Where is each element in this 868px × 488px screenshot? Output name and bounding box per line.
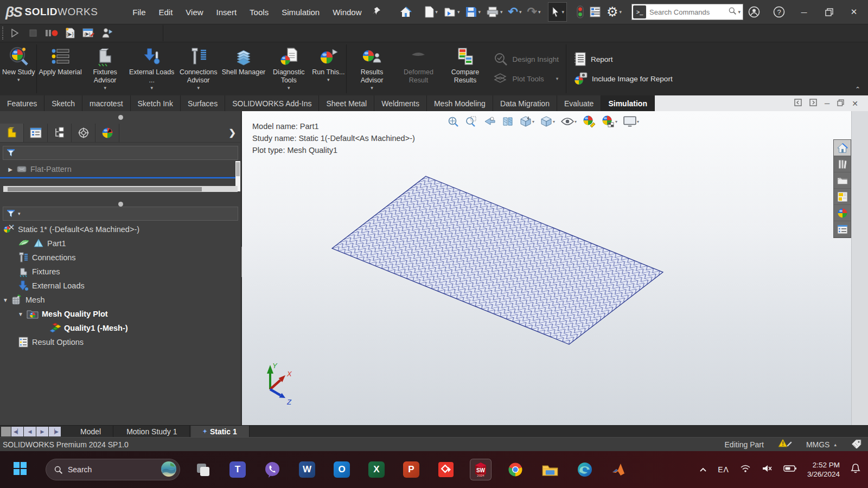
- new-document-button[interactable]: ▾: [422, 3, 440, 21]
- home-button[interactable]: [397, 3, 414, 21]
- section-view-icon[interactable]: [501, 115, 515, 128]
- tab-sheet-metal[interactable]: Sheet Metal: [319, 95, 374, 111]
- menu-view[interactable]: View: [180, 5, 208, 19]
- zoom-to-fit-icon[interactable]: [446, 114, 460, 129]
- custom-macro-button-icon[interactable]: [99, 26, 115, 40]
- solidworks-app-icon[interactable]: SW2024: [470, 459, 492, 480]
- zoom-to-area-icon[interactable]: [464, 114, 478, 129]
- doc-restore-icon[interactable]: [837, 99, 844, 108]
- custom-properties-icon[interactable]: [834, 221, 851, 237]
- tree-item-connections[interactable]: Connections: [18, 251, 76, 265]
- chevron-down-icon[interactable]: ▾: [500, 9, 503, 15]
- expand-panel-icon[interactable]: ❯: [229, 127, 236, 138]
- redo-button[interactable]: ↷ ▾: [525, 3, 542, 21]
- ribbon-button-compare-results[interactable]: Compare Results: [442, 42, 488, 95]
- graphics-viewport[interactable]: Y X Z Model name: Part1 Study name: Stat…: [242, 111, 868, 425]
- collapse-arrow-icon[interactable]: ▼: [3, 297, 8, 303]
- tab-solidworks-add-ins[interactable]: SOLIDWORKS Add-Ins: [225, 95, 319, 111]
- chevron-down-icon[interactable]: ▾: [561, 9, 564, 15]
- pin-menu-icon[interactable]: [371, 7, 384, 17]
- view-settings-icon[interactable]: ▾: [622, 115, 640, 128]
- ribbon-button-apply-material[interactable]: Apply Material: [39, 42, 81, 95]
- ribbon-button-report[interactable]: Report: [573, 52, 673, 66]
- record-pause-macro-icon[interactable]: [43, 26, 60, 40]
- tab-motion-study-1[interactable]: Motion Study 1: [114, 426, 189, 437]
- chevron-down-icon[interactable]: ▾: [637, 119, 639, 124]
- edit-appearance-icon[interactable]: [582, 114, 597, 129]
- unit-system-selector[interactable]: MMGS ▴: [806, 440, 837, 449]
- tab-static-1[interactable]: ✦ Static 1: [191, 426, 250, 437]
- viber-app-icon[interactable]: [261, 459, 283, 480]
- account-icon[interactable]: [743, 3, 765, 21]
- tab-sketch-ink[interactable]: Sketch Ink: [131, 95, 181, 111]
- tree-item-part1[interactable]: Part1: [18, 236, 66, 251]
- tab-model[interactable]: Model: [68, 426, 113, 437]
- ribbon-button-include-image[interactable]: Include Image for Report: [573, 72, 673, 86]
- close-button[interactable]: ✕: [843, 3, 865, 21]
- chevron-down-icon[interactable]: ▾: [17, 77, 20, 84]
- ribbon-button-shell-manager[interactable]: Shell Manager: [222, 42, 266, 95]
- chevron-down-icon[interactable]: ▾: [575, 119, 577, 124]
- chevron-down-icon[interactable]: ▾: [371, 85, 373, 92]
- menu-tools[interactable]: Tools: [244, 5, 274, 19]
- language-indicator[interactable]: EΛ: [718, 465, 729, 474]
- undo-button[interactable]: ↶ ▾: [506, 3, 524, 21]
- chevron-down-icon[interactable]: ▾: [519, 9, 522, 15]
- chevron-down-icon[interactable]: ▾: [619, 9, 622, 15]
- scroll-first-tab-button[interactable]: ◀▏: [11, 427, 23, 436]
- settings-gear-button[interactable]: ⚙ ▾: [604, 3, 624, 21]
- doc-minimize-icon[interactable]: ─: [825, 99, 829, 107]
- tree-item-flat-pattern[interactable]: ▶ Flat-Pattern: [8, 162, 72, 176]
- ribbon-button-connections-advisor[interactable]: Connections Advisor ▾: [175, 42, 222, 95]
- file-explorer-icon[interactable]: [834, 172, 851, 189]
- design-library-icon[interactable]: [834, 156, 851, 172]
- collapse-ribbon-icon[interactable]: ⌃: [855, 86, 860, 93]
- powerpoint-app-icon[interactable]: P: [400, 459, 422, 480]
- clock[interactable]: 2:52 PM 3/26/2024: [807, 460, 840, 479]
- menu-simulation[interactable]: Simulation: [276, 5, 325, 19]
- notification-bell-icon[interactable]: [851, 463, 860, 476]
- excel-app-icon[interactable]: X: [366, 459, 387, 480]
- ribbon-button-new-study[interactable]: New Study ▾: [2, 42, 35, 95]
- taskbar-search-box[interactable]: Search: [46, 459, 180, 480]
- start-button[interactable]: [13, 461, 27, 478]
- ribbon-button-results-advisor[interactable]: Results Advisor ▾: [348, 42, 395, 95]
- appearances-scenes-icon[interactable]: [834, 205, 851, 221]
- tab-display-manager[interactable]: [95, 124, 119, 142]
- chevron-down-icon[interactable]: ▾: [615, 119, 617, 124]
- save-button[interactable]: ▾: [463, 3, 483, 21]
- chevron-down-icon[interactable]: ▾: [288, 85, 290, 92]
- outlook-app-icon[interactable]: O: [331, 459, 353, 480]
- chrome-app-icon[interactable]: [505, 459, 526, 480]
- view-orientation-icon[interactable]: ▾: [519, 114, 535, 129]
- tab-data-migration[interactable]: Data Migration: [493, 95, 557, 111]
- chevron-down-icon[interactable]: ▾: [104, 85, 106, 92]
- battery-icon[interactable]: [783, 465, 796, 474]
- search-icon[interactable]: [728, 7, 737, 17]
- menu-file[interactable]: File: [127, 5, 151, 19]
- pane-right-icon[interactable]: [809, 99, 817, 108]
- help-icon[interactable]: ?: [768, 3, 790, 21]
- scroll-next-tab-button[interactable]: ▶: [36, 427, 48, 436]
- teams-app-icon[interactable]: T: [227, 459, 248, 480]
- tree-item-mesh-quality-plot[interactable]: ▼ Mesh Quality Plot: [18, 307, 108, 321]
- command-search[interactable]: >_ ▾: [631, 4, 743, 20]
- matlab-app-icon[interactable]: [609, 459, 630, 480]
- ribbon-button-diagnostic-tools[interactable]: Diagnostic Tools ▾: [265, 42, 312, 95]
- wifi-icon[interactable]: [740, 464, 751, 475]
- home-tab-icon[interactable]: [834, 140, 851, 156]
- mesh-plot[interactable]: [332, 176, 663, 344]
- chevron-down-icon[interactable]: ▾: [553, 119, 555, 124]
- tab-evaluate[interactable]: Evaluate: [557, 95, 601, 111]
- edge-app-icon[interactable]: [574, 459, 596, 480]
- snipping-tool-app-icon[interactable]: [192, 459, 214, 480]
- ribbon-button-external-loads[interactable]: External Loads ... ▾: [129, 42, 175, 95]
- minimize-button[interactable]: ─: [793, 3, 815, 21]
- chevron-down-icon[interactable]: ▾: [435, 9, 438, 15]
- upper-tree-horizontal-scrollbar[interactable]: [3, 186, 238, 192]
- tab-feature-manager[interactable]: [24, 124, 48, 142]
- hidden-icons-chevron[interactable]: [699, 465, 707, 474]
- edit-macro-icon[interactable]: {▶}: [80, 26, 97, 40]
- open-document-button[interactable]: ▾: [441, 3, 462, 21]
- tag-icon[interactable]: [851, 439, 863, 450]
